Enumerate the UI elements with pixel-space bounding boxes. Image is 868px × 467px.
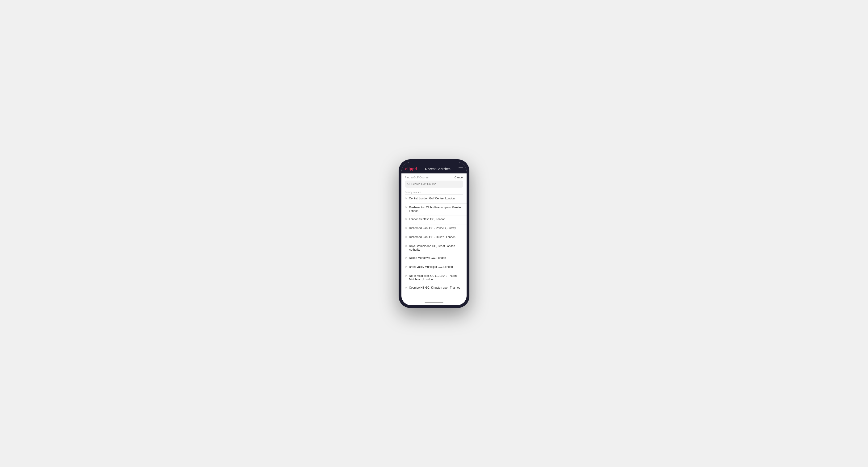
pin-icon	[405, 206, 407, 210]
list-item[interactable]: Brent Valley Municipal GC, London	[401, 263, 467, 272]
course-name: Royal Wimbledon GC, Great London Authori…	[409, 245, 463, 252]
list-item[interactable]: Roehampton Club - Roehampton, Greater Lo…	[401, 204, 467, 215]
pin-icon	[405, 286, 407, 290]
course-name: Richmond Park GC - Prince's, Surrey	[409, 226, 456, 230]
svg-point-2	[406, 198, 406, 198]
svg-point-7	[406, 246, 406, 246]
svg-point-3	[406, 207, 406, 207]
course-name: Richmond Park GC - Duke's, London	[409, 236, 456, 239]
list-item[interactable]: London Scottish GC, London	[401, 215, 467, 224]
menu-bar-2	[459, 169, 463, 169]
pin-icon	[405, 256, 407, 261]
search-input[interactable]	[411, 182, 461, 186]
pin-icon	[405, 218, 407, 222]
pin-icon	[405, 275, 407, 279]
course-name: North Middlesex GC (1011942 - North Midd…	[409, 274, 463, 282]
course-name: Roehampton Club - Roehampton, Greater Lo…	[409, 206, 463, 213]
course-name: Brent Valley Municipal GC, London	[409, 265, 453, 269]
home-indicator	[401, 301, 467, 305]
list-item[interactable]: Dukes Meadows GC, London	[401, 254, 467, 263]
cancel-button[interactable]: Cancel	[455, 176, 463, 179]
nearby-section-label: Nearby courses	[401, 189, 467, 194]
course-list: Central London Golf Centre, London Roeha…	[401, 195, 467, 293]
find-label: Find a Golf Course	[405, 176, 429, 179]
list-item[interactable]: Coombe Hill GC, Kingston upon Thames	[401, 284, 467, 292]
app-header: clippd Recent Searches	[401, 165, 467, 174]
course-name: Central London Golf Centre, London	[409, 197, 455, 200]
svg-point-6	[406, 237, 406, 237]
pin-icon	[405, 197, 407, 201]
svg-line-1	[409, 184, 409, 185]
course-name: Coombe Hill GC, Kingston upon Thames	[409, 286, 460, 290]
list-item[interactable]: Central London Golf Centre, London	[401, 195, 467, 204]
pin-icon	[405, 236, 407, 240]
app-logo: clippd	[405, 167, 417, 171]
svg-point-5	[406, 228, 406, 228]
content-area: Find a Golf Course Cancel Nearby courses	[401, 174, 467, 301]
list-item[interactable]: Richmond Park GC - Prince's, Surrey	[401, 224, 467, 233]
phone-notch	[401, 162, 467, 165]
phone-frame: clippd Recent Searches Find a Golf Cours…	[399, 159, 469, 308]
header-title: Recent Searches	[425, 167, 450, 171]
svg-point-4	[406, 219, 406, 219]
search-container	[401, 181, 467, 189]
course-name: Dukes Meadows GC, London	[409, 256, 446, 260]
find-header: Find a Golf Course Cancel	[401, 174, 467, 181]
phone-screen: clippd Recent Searches Find a Golf Cours…	[401, 162, 467, 305]
list-item[interactable]: North Middlesex GC (1011942 - North Midd…	[401, 272, 467, 284]
home-bar	[425, 303, 443, 303]
menu-bar-3	[459, 170, 463, 170]
pin-icon	[405, 266, 407, 270]
svg-point-9	[406, 267, 406, 267]
svg-point-11	[406, 287, 406, 288]
menu-icon[interactable]	[459, 167, 463, 170]
list-item[interactable]: Royal Wimbledon GC, Great London Authori…	[401, 242, 467, 254]
search-input-wrapper	[405, 181, 463, 188]
pin-icon	[405, 227, 407, 231]
pin-icon	[405, 245, 407, 249]
menu-bar-1	[459, 167, 463, 168]
svg-point-10	[406, 275, 406, 276]
search-icon	[407, 182, 410, 186]
list-item[interactable]: Richmond Park GC - Duke's, London	[401, 234, 467, 242]
course-name: London Scottish GC, London	[409, 218, 445, 221]
svg-point-8	[406, 257, 406, 258]
